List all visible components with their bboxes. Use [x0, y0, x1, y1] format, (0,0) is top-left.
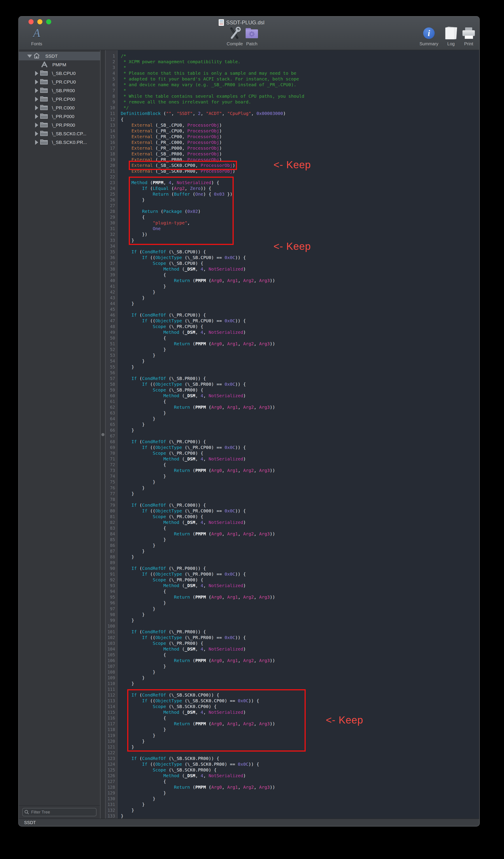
- minimize-button[interactable]: [37, 19, 43, 24]
- code-line[interactable]: If ((ObjectType (\_PR.P000) == 0x0C)) {: [121, 571, 479, 577]
- disclosure-closed-icon[interactable]: [35, 71, 38, 76]
- disclosure-closed-icon[interactable]: [35, 105, 38, 110]
- code-line[interactable]: }: [121, 554, 479, 560]
- code-line[interactable]: Scope (\_PR.C000) {: [121, 514, 479, 519]
- code-line[interactable]: If (CondRefOf (\_SB.SCK0.PR00)) {: [121, 756, 479, 761]
- filter-tree-input[interactable]: [22, 808, 96, 816]
- toolbar-item-patch[interactable]: Patch: [240, 26, 264, 46]
- code-line[interactable]: If (CondRefOf (\_SB.PR00)) {: [121, 376, 479, 381]
- splitter-handle[interactable]: [101, 433, 105, 436]
- toolbar-item-print[interactable]: Print: [459, 26, 478, 46]
- code-line[interactable]: }: [121, 675, 479, 681]
- code-line[interactable]: }: [121, 422, 479, 427]
- code-line[interactable]: External (_SB_.PR00, ProcessorObj): [121, 151, 479, 157]
- code-line[interactable]: Method (_DSM, 4, NotSerialized): [121, 266, 479, 272]
- zoom-button[interactable]: [46, 19, 51, 24]
- code-line[interactable]: Return (PMPM (Arg0, Arg1, Arg2, Arg3)): [121, 658, 479, 663]
- code-line[interactable]: If (CondRefOf (\_PR.CP00)) {: [121, 439, 479, 444]
- code-line[interactable]: [121, 370, 479, 376]
- disclosure-closed-icon[interactable]: [35, 97, 38, 102]
- code-line[interactable]: {: [121, 779, 479, 784]
- code-line[interactable]: Scope (\_PR.PR00) {: [121, 641, 479, 646]
- close-button[interactable]: [29, 19, 34, 24]
- code-line[interactable]: }: [121, 681, 479, 687]
- code-line[interactable]: Scope (\_SB.PR00) {: [121, 387, 479, 393]
- code-line[interactable]: Method (_DSM, 4, NotSerialized): [121, 646, 479, 652]
- code-line[interactable]: If ((ObjectType (\_PR.CP00) == 0x0C)) {: [121, 444, 479, 450]
- code-line[interactable]: }: [121, 410, 479, 416]
- code-line[interactable]: {: [121, 335, 479, 341]
- code-line[interactable]: }: [121, 416, 479, 422]
- sidebar-item-prp000[interactable]: \_PR.P000: [19, 112, 100, 121]
- code-line[interactable]: If ((ObjectType (\_SB.PR00) == 0x0C)) {: [121, 381, 479, 387]
- code-line[interactable]: Method (_DSM, 4, NotSerialized): [121, 393, 479, 398]
- code-line[interactable]: External (_SB_.CPU0, ProcessorObj): [121, 122, 479, 128]
- code-line[interactable]: }: [121, 491, 479, 496]
- code-line[interactable]: }: [121, 364, 479, 370]
- disclosure-closed-icon[interactable]: [35, 114, 38, 119]
- code-line[interactable]: DefinitionBlock ("", "SSDT", 2, "ACDT", …: [121, 110, 479, 116]
- code-line[interactable]: Method (_DSM, 4, NotSerialized): [121, 773, 479, 779]
- sidebar-item-sbcpu0[interactable]: \_SB.CPU0: [19, 69, 100, 78]
- code-line[interactable]: *: [121, 64, 479, 70]
- code-line[interactable]: [121, 560, 479, 566]
- code-line[interactable]: }: [121, 813, 479, 818]
- code-line[interactable]: }: [121, 612, 479, 617]
- sidebar-item-sbsck0pr[interactable]: \_SB.SCK0.PR...: [19, 138, 100, 147]
- code-line[interactable]: }: [121, 358, 479, 364]
- disclosure-open-icon[interactable]: [27, 55, 32, 58]
- code-line[interactable]: }: [121, 485, 479, 491]
- disclosure-closed-icon[interactable]: [35, 79, 38, 85]
- code-line[interactable]: }: [121, 301, 479, 306]
- code-line[interactable]: }: [121, 295, 479, 301]
- pane-splitter[interactable]: [100, 50, 106, 818]
- code-line[interactable]: If (CondRefOf (\_PR.CPU0)) {: [121, 312, 479, 318]
- code-line[interactable]: }: [121, 289, 479, 295]
- toolbar-item-fonts[interactable]: A Fonts: [25, 26, 49, 46]
- code-line[interactable]: Return (PMPM (Arg0, Arg1, Arg2, Arg3)): [121, 404, 479, 410]
- code-line[interactable]: Scope (\_SB.SCK0.PR00) {: [121, 767, 479, 773]
- code-line[interactable]: * remove all the ones irrelevant for you…: [121, 99, 479, 105]
- code-line[interactable]: /*: [121, 53, 479, 59]
- code-line[interactable]: External (_PR_.CPU0, ProcessorObj): [121, 128, 479, 134]
- code-line[interactable]: {: [121, 398, 479, 404]
- code-line[interactable]: Method (_DSM, 4, NotSerialized): [121, 519, 479, 525]
- code-line[interactable]: [121, 306, 479, 312]
- code-line[interactable]: }: [121, 606, 479, 612]
- code-line[interactable]: Scope (\_PR.CP00) {: [121, 450, 479, 456]
- code-line[interactable]: }: [121, 283, 479, 289]
- code-line[interactable]: [121, 433, 479, 439]
- code-line[interactable]: Return (PMPM (Arg0, Arg1, Arg2, Arg3)): [121, 531, 479, 537]
- disclosure-closed-icon[interactable]: [35, 140, 38, 145]
- code-line[interactable]: }: [121, 801, 479, 807]
- code-line[interactable]: Scope (\_PR.CPU0) {: [121, 323, 479, 329]
- code-line[interactable]: If (CondRefOf (\_PR.PR00)) {: [121, 629, 479, 635]
- sidebar-item-prpr00[interactable]: \_PR.PR00: [19, 121, 100, 129]
- code-line[interactable]: External (_PR_.CP00, ProcessorObj): [121, 134, 479, 139]
- code-line[interactable]: Method (_DSM, 4, NotSerialized): [121, 583, 479, 588]
- toolbar-item-summary[interactable]: i Summary: [416, 26, 442, 46]
- code-line[interactable]: * XCPM power management compatibility ta…: [121, 59, 479, 64]
- code-line[interactable]: External (_PR_.P000, ProcessorObj): [121, 145, 479, 151]
- code-line[interactable]: }: [121, 790, 479, 796]
- code-line[interactable]: Scope (\_PR.P000) {: [121, 577, 479, 583]
- code-line[interactable]: {: [121, 525, 479, 531]
- code-line[interactable]: *: [121, 88, 479, 93]
- code-line[interactable]: Return (PMPM (Arg0, Arg1, Arg2, Arg3)): [121, 468, 479, 473]
- code-line[interactable]: }: [121, 600, 479, 606]
- code-line[interactable]: {: [121, 652, 479, 658]
- sidebar-item-pmpm[interactable]: PMPM: [19, 60, 100, 69]
- code-line[interactable]: }: [121, 669, 479, 675]
- code-line[interactable]: If ((ObjectType (\_SB.SCK0.PR00) == 0x0C…: [121, 761, 479, 767]
- code-line[interactable]: If ((ObjectType (\_PR.PR00) == 0x0C)) {: [121, 635, 479, 641]
- code-line[interactable]: * and device name may vary (e.g. _SB_.PR…: [121, 82, 479, 88]
- code-line[interactable]: Scope (\_SB.CPU0) {: [121, 260, 479, 266]
- disclosure-closed-icon[interactable]: [35, 123, 38, 127]
- code-line[interactable]: * adapted to fit your board's ACPI stack…: [121, 76, 479, 82]
- code-line[interactable]: {: [121, 117, 479, 122]
- code-line[interactable]: * While the table contains several examp…: [121, 93, 479, 99]
- code-line[interactable]: }: [121, 427, 479, 433]
- code-line[interactable]: }: [121, 537, 479, 542]
- code-line[interactable]: If (CondRefOf (\_PR.P000)) {: [121, 566, 479, 571]
- code-line[interactable]: Return (PMPM (Arg0, Arg1, Arg2, Arg3)): [121, 277, 479, 283]
